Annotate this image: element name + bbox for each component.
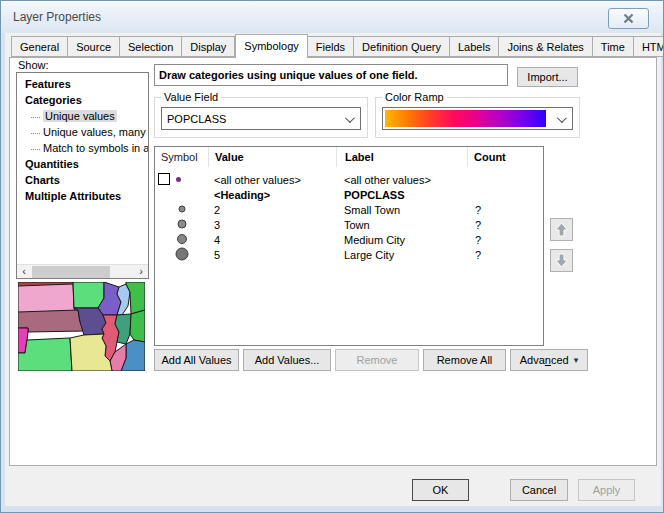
show-label: Show: bbox=[18, 59, 49, 71]
ok-button[interactable]: OK bbox=[412, 479, 469, 501]
layer-properties-dialog: Layer Properties General Source Selectio… bbox=[0, 0, 664, 513]
symbology-page: Show: Features Categories Unique values … bbox=[9, 57, 657, 466]
window-title: Layer Properties bbox=[13, 10, 101, 24]
symbol-dot-icon bbox=[176, 248, 189, 261]
table-row-heading[interactable]: <Heading> POPCLASS bbox=[155, 187, 543, 202]
show-item-features[interactable]: Features bbox=[17, 76, 148, 92]
chevron-down-icon bbox=[557, 113, 567, 123]
arrow-down-icon bbox=[554, 253, 569, 268]
import-button[interactable]: Import... bbox=[517, 67, 578, 87]
column-header-label: Label bbox=[336, 147, 467, 167]
tab-general[interactable]: General bbox=[11, 36, 68, 57]
show-listbox: Features Categories Unique values Unique… bbox=[16, 72, 149, 279]
symbol-dot-icon bbox=[177, 234, 187, 244]
dropdown-arrow-icon: ▾ bbox=[574, 355, 579, 365]
category-actions: Add All Values Add Values... Remove Remo… bbox=[154, 349, 588, 371]
apply-button[interactable]: Apply bbox=[578, 479, 635, 501]
tab-strip: General Source Selection Display Symbolo… bbox=[11, 36, 664, 58]
map-region bbox=[18, 284, 78, 313]
add-all-values-button[interactable]: Add All Values bbox=[154, 349, 239, 371]
close-icon bbox=[623, 13, 634, 24]
map-region bbox=[130, 310, 145, 342]
table-row[interactable]: <all other values> <all other values> bbox=[155, 172, 543, 187]
table-row[interactable]: 3 Town ? bbox=[155, 217, 543, 232]
map-region bbox=[18, 338, 72, 371]
symbol-dot-icon bbox=[176, 177, 181, 182]
chevron-down-icon bbox=[345, 113, 355, 123]
column-header-count: Count bbox=[467, 147, 524, 167]
method-description: Draw categories using unique values of o… bbox=[154, 64, 508, 86]
remove-all-button[interactable]: Remove All bbox=[423, 349, 506, 371]
tab-fields[interactable]: Fields bbox=[308, 36, 354, 57]
table-row[interactable]: 2 Small Town ? bbox=[155, 202, 543, 217]
value-field-dropdown[interactable]: POPCLASS bbox=[161, 107, 361, 130]
scroll-right-icon[interactable]: › bbox=[134, 265, 148, 279]
show-horizontal-scrollbar[interactable]: ‹ › bbox=[17, 264, 148, 278]
dialog-body: General Source Selection Display Symbolo… bbox=[5, 33, 661, 506]
cancel-button[interactable]: Cancel bbox=[510, 479, 568, 501]
add-values-button[interactable]: Add Values... bbox=[243, 349, 331, 371]
tab-time[interactable]: Time bbox=[593, 36, 634, 57]
tab-joins-relates[interactable]: Joins & Relates bbox=[499, 36, 592, 57]
tree-branch-icon bbox=[31, 117, 40, 118]
table-row[interactable]: 4 Medium City ? bbox=[155, 232, 543, 247]
tab-symbology[interactable]: Symbology bbox=[235, 34, 307, 58]
move-down-button[interactable] bbox=[550, 249, 573, 272]
remove-button[interactable]: Remove bbox=[335, 349, 419, 371]
show-item-multiple-attributes[interactable]: Multiple Attributes bbox=[17, 188, 148, 204]
categories-table: Symbol Value Label Count <all other valu… bbox=[154, 146, 544, 346]
show-item-unique-values-many[interactable]: Unique values, many bbox=[17, 124, 148, 140]
color-ramp-dropdown[interactable] bbox=[382, 107, 573, 130]
arrow-up-icon bbox=[554, 222, 569, 237]
table-header: Symbol Value Label Count bbox=[155, 147, 543, 167]
value-field-selected: POPCLASS bbox=[167, 113, 226, 125]
tab-labels[interactable]: Labels bbox=[450, 36, 499, 57]
scroll-track[interactable] bbox=[31, 265, 134, 279]
tree-branch-icon bbox=[31, 149, 40, 150]
tab-selection[interactable]: Selection bbox=[120, 36, 182, 57]
show-item-unique-values[interactable]: Unique values bbox=[17, 108, 148, 124]
scroll-thumb[interactable] bbox=[32, 266, 110, 278]
all-other-values-checkbox[interactable] bbox=[158, 173, 170, 185]
show-item-charts[interactable]: Charts bbox=[17, 172, 148, 188]
map-region bbox=[115, 314, 131, 344]
map-region bbox=[73, 282, 104, 308]
move-up-button[interactable] bbox=[550, 218, 573, 241]
column-header-value: Value bbox=[208, 147, 336, 167]
column-header-symbol: Symbol bbox=[155, 147, 208, 167]
show-tree: Features Categories Unique values Unique… bbox=[17, 76, 148, 264]
tab-html-popup[interactable]: HTML Popup bbox=[634, 36, 664, 57]
show-item-match-symbols[interactable]: Match to symbols in a bbox=[17, 140, 148, 156]
tree-branch-icon bbox=[31, 133, 40, 134]
color-ramp-group: Color Ramp bbox=[375, 97, 580, 138]
show-item-categories[interactable]: Categories bbox=[17, 92, 148, 108]
tab-source[interactable]: Source bbox=[68, 36, 120, 57]
title-bar[interactable]: Layer Properties bbox=[1, 1, 663, 33]
tab-definition-query[interactable]: Definition Query bbox=[354, 36, 450, 57]
value-field-group: Value Field POPCLASS bbox=[154, 97, 368, 138]
color-ramp-gradient bbox=[385, 110, 546, 127]
symbol-dot-icon bbox=[178, 220, 187, 229]
table-row[interactable]: 5 Large City ? bbox=[155, 247, 543, 262]
map-preview-thumbnail bbox=[18, 282, 145, 371]
value-field-label: Value Field bbox=[161, 91, 221, 103]
close-button[interactable] bbox=[608, 8, 649, 29]
color-ramp-label: Color Ramp bbox=[382, 91, 447, 103]
show-item-quantities[interactable]: Quantities bbox=[17, 156, 148, 172]
symbol-dot-icon bbox=[179, 206, 186, 213]
advanced-button[interactable]: Advanced ▾ bbox=[510, 349, 588, 371]
scroll-left-icon[interactable]: ‹ bbox=[17, 265, 31, 279]
tab-display[interactable]: Display bbox=[182, 36, 235, 57]
